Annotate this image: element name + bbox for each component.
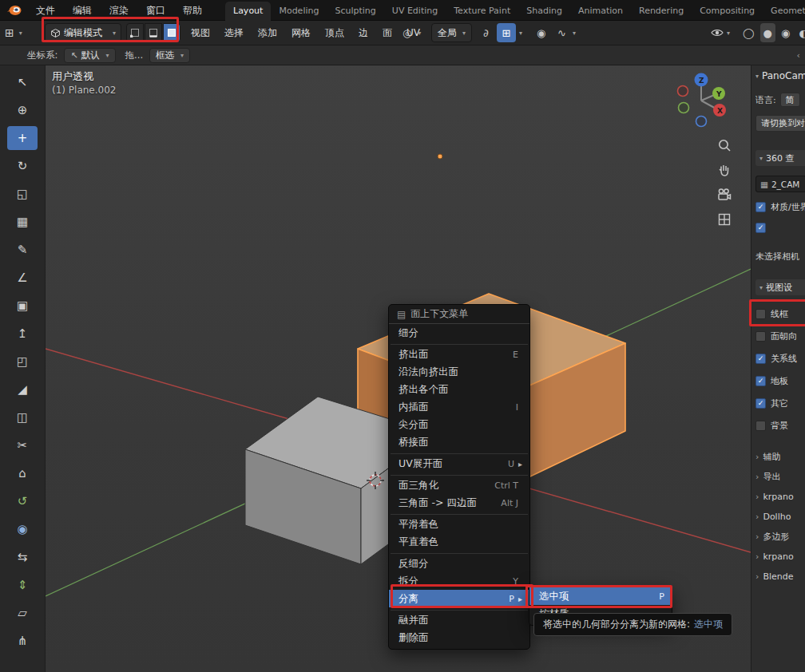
tool-button[interactable]: ⋔: [7, 629, 38, 653]
workspace-tab[interactable]: Sculpting: [327, 2, 383, 21]
select-mode-vertex-button[interactable]: [126, 23, 144, 42]
tool-button[interactable]: ◱: [7, 182, 38, 206]
panel-header[interactable]: ▾ PanoCam: [755, 70, 805, 81]
panel-checkbox-row[interactable]: ✓ 其它: [755, 396, 788, 410]
orientation-dropdown[interactable]: 全局 ▾: [431, 23, 472, 42]
visibility-dropdown[interactable]: ▾: [711, 23, 730, 42]
panel-collapse-handle[interactable]: ‹: [797, 50, 800, 61]
workspace-tab[interactable]: UV Editing: [384, 2, 446, 21]
checkbox[interactable]: ✓: [755, 309, 766, 319]
workspace-tab[interactable]: Texture Paint: [446, 2, 518, 21]
workspace-tab[interactable]: Compositing: [692, 2, 763, 21]
tool-button[interactable]: ↺: [7, 489, 38, 513]
orientation-default-dropdown[interactable]: ↖ 默认 ▾: [64, 48, 115, 63]
tool-button[interactable]: ⊕: [7, 98, 38, 122]
tool-button[interactable]: ✎: [7, 238, 38, 262]
header-menu-item[interactable]: 边: [351, 23, 375, 42]
tool-button[interactable]: ◫: [7, 405, 38, 429]
zoom-icon[interactable]: [716, 137, 732, 153]
context-menu-item[interactable]: 沿法向挤出面: [389, 363, 529, 381]
panel-checkbox-row[interactable]: ✓ 面朝向: [755, 329, 797, 343]
tool-button[interactable]: +: [7, 126, 38, 150]
section-viewport-header[interactable]: ▾ 视图设: [755, 279, 805, 295]
context-menu-item[interactable]: 平滑着色: [389, 516, 529, 533]
header-menu-item[interactable]: 选择: [217, 23, 251, 42]
tool-button[interactable]: ↖: [7, 70, 38, 94]
tool-button[interactable]: ⇆: [7, 545, 38, 569]
gizmo-neg-x[interactable]: [678, 86, 688, 97]
workspace-tab[interactable]: Layout: [225, 2, 271, 21]
panel-checkbox-row[interactable]: ✓ 地板: [755, 374, 788, 388]
tool-button[interactable]: ⌂: [7, 461, 38, 485]
topbar-menu-item[interactable]: 渲染: [101, 0, 137, 21]
panel-checkbox-row[interactable]: ✓ 背景: [755, 418, 788, 433]
workspace-tab[interactable]: Animation: [570, 2, 631, 21]
panel-checkbox-row[interactable]: ✓ 关系线: [755, 351, 797, 366]
topbar-menu-item[interactable]: 编辑: [64, 0, 101, 21]
checkbox[interactable]: ✓: [755, 354, 766, 364]
collapsed-section-header[interactable]: › Blende: [755, 567, 794, 587]
language-button[interactable]: 简: [780, 93, 800, 107]
context-menu-item[interactable]: 拆分 Y: [389, 572, 529, 590]
falloff-dropdown[interactable]: ∿ ▾: [554, 23, 576, 42]
lone-checkbox-row[interactable]: ✓: [755, 220, 805, 235]
mode-dropdown[interactable]: 编辑模式 ▾: [45, 23, 121, 42]
tool-button[interactable]: ◉: [7, 517, 38, 541]
context-menu-item[interactable]: 面三角化 Ctrl T: [389, 476, 529, 494]
material-world-checkbox-row[interactable]: ✓ 材质/世界: [755, 200, 805, 214]
checkbox[interactable]: ✓: [755, 421, 766, 431]
gizmo-neg-z[interactable]: [696, 117, 707, 127]
tool-button[interactable]: ◢: [7, 378, 38, 401]
pan-hand-icon[interactable]: [716, 162, 732, 178]
tool-button[interactable]: ∠: [7, 266, 38, 290]
gizmo-neg-y[interactable]: [679, 103, 689, 113]
context-menu-item[interactable]: UV展开面 U ▸: [389, 455, 529, 472]
topbar-menu-item[interactable]: 窗口: [137, 0, 174, 21]
collapsed-section-header[interactable]: › krpano: [755, 547, 794, 567]
tool-button[interactable]: ◰: [7, 350, 38, 374]
select-mode-face-button[interactable]: [163, 23, 180, 42]
context-menu-item[interactable]: 删除面: [389, 629, 529, 646]
checkbox[interactable]: ✓: [755, 223, 766, 233]
context-menu-item[interactable]: 桥接面: [389, 433, 529, 451]
header-menu-item[interactable]: 网格: [284, 23, 318, 42]
shading-solid-button[interactable]: ●: [760, 23, 775, 42]
collapsed-section-header[interactable]: › krpano: [755, 487, 794, 507]
pivot-point-button[interactable]: ◎ ▾: [399, 23, 421, 42]
checkbox[interactable]: ✓: [755, 376, 766, 386]
context-menu-item[interactable]: 挤出面 E: [389, 346, 529, 363]
context-menu-item[interactable]: 融并面: [389, 611, 529, 629]
context-menu-item[interactable]: 细分: [389, 324, 529, 342]
topbar-menu-item[interactable]: 帮助: [174, 0, 211, 21]
workspace-tab[interactable]: Rendering: [631, 2, 692, 21]
ortho-grid-icon[interactable]: [716, 211, 732, 227]
collapsed-section-header[interactable]: › Dollho: [755, 507, 791, 527]
shading-wireframe-button[interactable]: ◯: [740, 23, 758, 42]
panel-checkbox-row[interactable]: ✓ 线框: [755, 306, 788, 321]
editor-type-button[interactable]: ⊞ ▾: [5, 23, 22, 42]
context-menu-item[interactable]: 分离 P ▸: [389, 590, 529, 607]
collapsed-section-header[interactable]: › 多边形: [755, 527, 789, 547]
checkbox[interactable]: ✓: [755, 202, 766, 212]
workspace-tab[interactable]: Geometry Nodes: [763, 2, 805, 21]
collapsed-section-header[interactable]: › 导出: [755, 467, 780, 487]
box-select-dropdown[interactable]: 框选 ▾: [149, 48, 190, 63]
context-menu-item[interactable]: 平直着色: [389, 533, 529, 551]
checkbox[interactable]: ✓: [755, 398, 766, 409]
switch-mode-button[interactable]: 请切换到对: [755, 115, 805, 132]
context-menu-item[interactable]: 挤出各个面: [389, 381, 529, 398]
snap-toggle-button[interactable]: ⊞ ▾: [497, 23, 522, 42]
header-menu-item[interactable]: 添加: [251, 23, 284, 42]
header-menu-item[interactable]: 顶点: [318, 23, 351, 42]
snap-target-icon[interactable]: ∂: [480, 23, 492, 42]
section-360-header[interactable]: ▾ 360 查: [755, 150, 805, 166]
checkbox[interactable]: ✓: [755, 331, 766, 342]
select-mode-edge-button[interactable]: [145, 23, 162, 42]
header-menu-item[interactable]: 面: [375, 23, 399, 42]
tool-button[interactable]: ▣: [7, 294, 38, 318]
topbar-menu-item[interactable]: 文件: [27, 0, 64, 21]
shading-rendered-button[interactable]: ◐: [795, 23, 805, 42]
blender-logo-icon[interactable]: [6, 4, 22, 17]
submenu-item[interactable]: 选中项 P: [529, 587, 672, 605]
context-menu-item[interactable]: 内插面 I: [389, 398, 529, 416]
